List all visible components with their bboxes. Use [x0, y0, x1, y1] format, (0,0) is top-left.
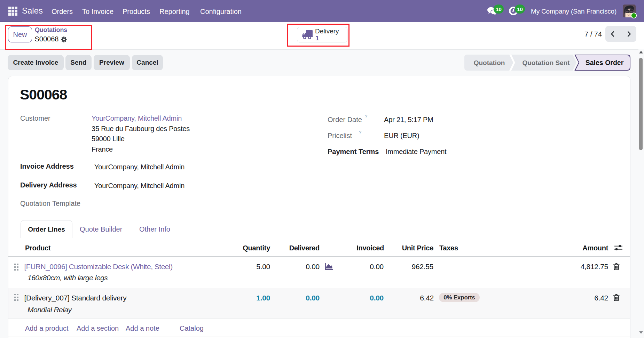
- svg-text:Quotation: Quotation: [474, 59, 505, 66]
- svg-text:Quotation Sent: Quotation Sent: [522, 59, 570, 66]
- svg-text:Sales Order: Sales Order: [586, 59, 624, 66]
